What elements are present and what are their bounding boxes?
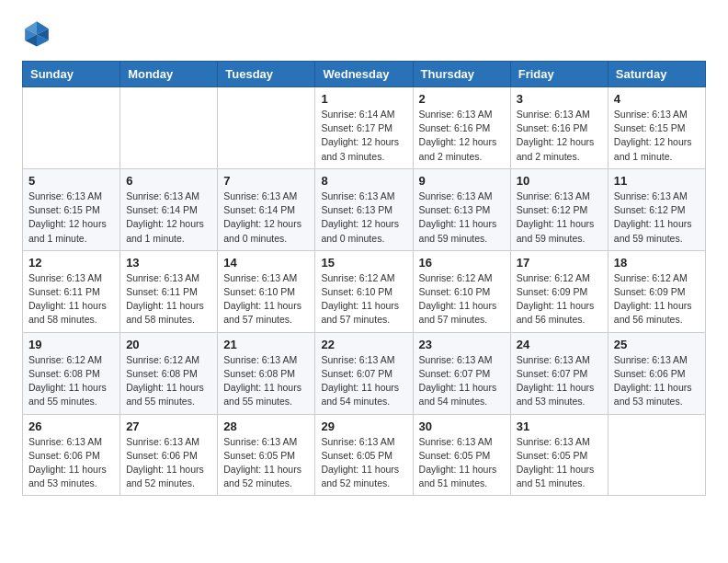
calendar-cell: 14Sunrise: 6:13 AM Sunset: 6:10 PM Dayli… xyxy=(218,250,315,332)
day-number: 20 xyxy=(126,338,211,351)
calendar-week-3: 12Sunrise: 6:13 AM Sunset: 6:11 PM Dayli… xyxy=(23,250,706,332)
calendar-body: 1Sunrise: 6:14 AM Sunset: 6:17 PM Daylig… xyxy=(23,87,706,496)
day-number: 19 xyxy=(28,338,114,351)
calendar-cell: 31Sunrise: 6:13 AM Sunset: 6:05 PM Dayli… xyxy=(510,414,608,496)
weekday-header-tuesday: Tuesday xyxy=(218,62,315,87)
day-number: 30 xyxy=(419,419,505,433)
calendar-cell: 23Sunrise: 6:13 AM Sunset: 6:07 PM Dayli… xyxy=(413,332,510,414)
calendar-cell: 13Sunrise: 6:13 AM Sunset: 6:11 PM Dayli… xyxy=(120,250,218,332)
day-number: 27 xyxy=(126,419,211,433)
day-number: 10 xyxy=(517,174,602,188)
day-info: Sunrise: 6:13 AM Sunset: 6:13 PM Dayligh… xyxy=(419,190,505,246)
calendar-cell: 1Sunrise: 6:14 AM Sunset: 6:17 PM Daylig… xyxy=(315,87,413,169)
calendar-cell: 4Sunrise: 6:13 AM Sunset: 6:15 PM Daylig… xyxy=(608,87,705,169)
calendar-cell xyxy=(23,87,120,169)
day-number: 8 xyxy=(321,174,406,188)
day-info: Sunrise: 6:13 AM Sunset: 6:05 PM Dayligh… xyxy=(517,435,602,491)
calendar-week-2: 5Sunrise: 6:13 AM Sunset: 6:15 PM Daylig… xyxy=(23,168,706,250)
day-info: Sunrise: 6:13 AM Sunset: 6:16 PM Dayligh… xyxy=(517,108,602,164)
day-info: Sunrise: 6:13 AM Sunset: 6:15 PM Dayligh… xyxy=(28,190,114,246)
day-info: Sunrise: 6:13 AM Sunset: 6:15 PM Dayligh… xyxy=(614,108,700,164)
calendar-cell: 11Sunrise: 6:13 AM Sunset: 6:12 PM Dayli… xyxy=(608,168,705,250)
logo xyxy=(22,18,53,48)
day-number: 24 xyxy=(517,338,602,351)
day-info: Sunrise: 6:13 AM Sunset: 6:11 PM Dayligh… xyxy=(28,271,114,327)
day-number: 16 xyxy=(419,256,505,270)
day-info: Sunrise: 6:13 AM Sunset: 6:10 PM Dayligh… xyxy=(223,271,309,327)
weekday-row: SundayMondayTuesdayWednesdayThursdayFrid… xyxy=(23,62,706,87)
day-info: Sunrise: 6:12 AM Sunset: 6:09 PM Dayligh… xyxy=(614,271,700,327)
day-info: Sunrise: 6:13 AM Sunset: 6:05 PM Dayligh… xyxy=(321,435,406,491)
day-number: 2 xyxy=(419,92,505,106)
day-info: Sunrise: 6:13 AM Sunset: 6:08 PM Dayligh… xyxy=(223,353,309,409)
weekday-header-wednesday: Wednesday xyxy=(315,62,413,87)
day-info: Sunrise: 6:12 AM Sunset: 6:08 PM Dayligh… xyxy=(126,353,211,409)
calendar-week-4: 19Sunrise: 6:12 AM Sunset: 6:08 PM Dayli… xyxy=(23,332,706,414)
calendar-cell: 22Sunrise: 6:13 AM Sunset: 6:07 PM Dayli… xyxy=(315,332,413,414)
day-info: Sunrise: 6:13 AM Sunset: 6:06 PM Dayligh… xyxy=(614,353,700,409)
day-number: 28 xyxy=(223,419,309,433)
calendar-cell: 19Sunrise: 6:12 AM Sunset: 6:08 PM Dayli… xyxy=(23,332,120,414)
weekday-header-friday: Friday xyxy=(510,62,608,87)
day-number: 26 xyxy=(28,419,114,433)
day-info: Sunrise: 6:13 AM Sunset: 6:13 PM Dayligh… xyxy=(321,190,406,246)
weekday-header-thursday: Thursday xyxy=(413,62,510,87)
weekday-header-sunday: Sunday xyxy=(23,62,120,87)
calendar-week-5: 26Sunrise: 6:13 AM Sunset: 6:06 PM Dayli… xyxy=(23,414,706,496)
day-number: 23 xyxy=(419,338,505,351)
header xyxy=(22,18,706,48)
calendar-cell xyxy=(608,414,705,496)
day-number: 22 xyxy=(321,338,406,351)
day-info: Sunrise: 6:13 AM Sunset: 6:07 PM Dayligh… xyxy=(419,353,505,409)
calendar-cell: 25Sunrise: 6:13 AM Sunset: 6:06 PM Dayli… xyxy=(608,332,705,414)
day-info: Sunrise: 6:13 AM Sunset: 6:16 PM Dayligh… xyxy=(419,108,505,164)
calendar-cell: 16Sunrise: 6:12 AM Sunset: 6:10 PM Dayli… xyxy=(413,250,510,332)
calendar-cell: 29Sunrise: 6:13 AM Sunset: 6:05 PM Dayli… xyxy=(315,414,413,496)
day-info: Sunrise: 6:13 AM Sunset: 6:11 PM Dayligh… xyxy=(126,271,211,327)
day-info: Sunrise: 6:13 AM Sunset: 6:05 PM Dayligh… xyxy=(419,435,505,491)
day-number: 13 xyxy=(126,256,211,270)
calendar-cell: 21Sunrise: 6:13 AM Sunset: 6:08 PM Dayli… xyxy=(218,332,315,414)
day-number: 15 xyxy=(321,256,406,270)
calendar-cell: 27Sunrise: 6:13 AM Sunset: 6:06 PM Dayli… xyxy=(120,414,218,496)
calendar-cell: 2Sunrise: 6:13 AM Sunset: 6:16 PM Daylig… xyxy=(413,87,510,169)
day-number: 12 xyxy=(28,256,114,270)
calendar-cell: 6Sunrise: 6:13 AM Sunset: 6:14 PM Daylig… xyxy=(120,168,218,250)
day-info: Sunrise: 6:13 AM Sunset: 6:14 PM Dayligh… xyxy=(126,190,211,246)
day-info: Sunrise: 6:13 AM Sunset: 6:06 PM Dayligh… xyxy=(28,435,114,491)
weekday-header-monday: Monday xyxy=(120,62,218,87)
calendar-cell: 15Sunrise: 6:12 AM Sunset: 6:10 PM Dayli… xyxy=(315,250,413,332)
day-info: Sunrise: 6:12 AM Sunset: 6:08 PM Dayligh… xyxy=(28,353,114,409)
day-number: 14 xyxy=(223,256,309,270)
day-number: 17 xyxy=(517,256,602,270)
calendar-cell: 9Sunrise: 6:13 AM Sunset: 6:13 PM Daylig… xyxy=(413,168,510,250)
calendar-cell: 12Sunrise: 6:13 AM Sunset: 6:11 PM Dayli… xyxy=(23,250,120,332)
page: SundayMondayTuesdayWednesdayThursdayFrid… xyxy=(0,0,728,514)
day-info: Sunrise: 6:13 AM Sunset: 6:07 PM Dayligh… xyxy=(517,353,602,409)
day-info: Sunrise: 6:12 AM Sunset: 6:10 PM Dayligh… xyxy=(321,271,406,327)
day-number: 25 xyxy=(614,338,700,351)
day-number: 9 xyxy=(419,174,505,188)
calendar-header: SundayMondayTuesdayWednesdayThursdayFrid… xyxy=(23,62,706,87)
day-number: 5 xyxy=(28,174,114,188)
day-number: 31 xyxy=(517,419,602,433)
calendar-cell: 28Sunrise: 6:13 AM Sunset: 6:05 PM Dayli… xyxy=(218,414,315,496)
day-number: 29 xyxy=(321,419,406,433)
calendar-cell: 7Sunrise: 6:13 AM Sunset: 6:14 PM Daylig… xyxy=(218,168,315,250)
calendar-cell: 20Sunrise: 6:12 AM Sunset: 6:08 PM Dayli… xyxy=(120,332,218,414)
day-number: 4 xyxy=(614,92,700,106)
day-info: Sunrise: 6:13 AM Sunset: 6:14 PM Dayligh… xyxy=(223,190,309,246)
day-info: Sunrise: 6:13 AM Sunset: 6:06 PM Dayligh… xyxy=(126,435,211,491)
day-number: 1 xyxy=(321,92,406,106)
day-number: 6 xyxy=(126,174,211,188)
calendar-cell xyxy=(120,87,218,169)
calendar-cell: 5Sunrise: 6:13 AM Sunset: 6:15 PM Daylig… xyxy=(23,168,120,250)
calendar-cell: 26Sunrise: 6:13 AM Sunset: 6:06 PM Dayli… xyxy=(23,414,120,496)
calendar-cell: 30Sunrise: 6:13 AM Sunset: 6:05 PM Dayli… xyxy=(413,414,510,496)
day-number: 21 xyxy=(223,338,309,351)
day-info: Sunrise: 6:14 AM Sunset: 6:17 PM Dayligh… xyxy=(321,108,406,164)
day-number: 3 xyxy=(517,92,602,106)
calendar-cell: 17Sunrise: 6:12 AM Sunset: 6:09 PM Dayli… xyxy=(510,250,608,332)
calendar-cell: 10Sunrise: 6:13 AM Sunset: 6:12 PM Dayli… xyxy=(510,168,608,250)
logo-icon xyxy=(22,18,51,48)
